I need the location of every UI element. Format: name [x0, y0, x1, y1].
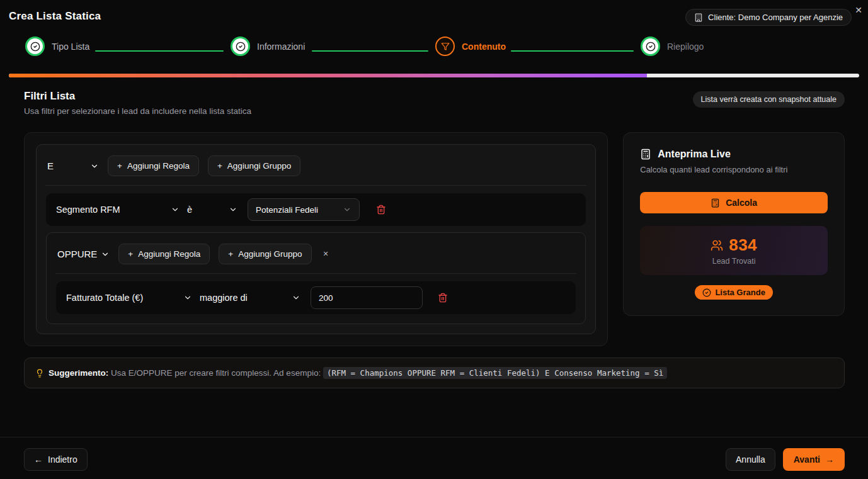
chevron-down-icon	[343, 205, 351, 214]
rule2-operator-select[interactable]: maggiore di	[200, 293, 300, 303]
plus-icon: +	[217, 161, 222, 171]
content-area: Filtri Lista Usa filtri per selezionare …	[0, 77, 868, 346]
section-subtitle: Usa filtri per selezionare i lead da inc…	[24, 106, 251, 116]
page-title: Crea Lista Statica	[9, 10, 101, 23]
filter-rule-row: Fatturato Totale (€) maggiore di	[56, 281, 576, 314]
add-rule-button-root[interactable]: + Aggiungi Regola	[108, 155, 199, 176]
step-check-icon	[641, 37, 660, 56]
step-riepilogo[interactable]: Riepilogo	[641, 37, 704, 56]
step-connector	[312, 50, 428, 52]
modal-header: Crea Lista Statica Cliente: Demo Company…	[0, 0, 868, 26]
tip-text: Usa E/OPPURE per creare filtri complessi…	[111, 368, 321, 378]
step-label: Riepilogo	[667, 42, 704, 52]
plus-icon: +	[228, 249, 233, 259]
step-label: Informazioni	[257, 42, 305, 52]
calculator-icon	[640, 149, 651, 160]
arrow-right-icon: →	[825, 454, 834, 465]
step-check-icon	[25, 37, 45, 56]
add-group-label: Aggiungi Gruppo	[238, 249, 302, 259]
lead-count-label: Lead Trovati	[712, 257, 756, 266]
divider	[45, 185, 586, 186]
root-filter-group: E + Aggiungi Regola + Aggiungi Gruppo	[36, 144, 596, 334]
chevron-down-icon	[90, 162, 99, 171]
rule1-field-select[interactable]: Segmento RFM	[56, 205, 180, 215]
calculator-icon	[711, 198, 720, 208]
rule1-operator-select[interactable]: è	[187, 205, 237, 215]
list-size-label: Lista Grande	[715, 288, 765, 297]
preview-subtitle: Calcola quanti lead corrispondono ai fil…	[640, 165, 828, 174]
step-connector	[95, 50, 224, 52]
check-circle-icon	[702, 288, 711, 297]
step-contenuto[interactable]: Contenuto	[435, 37, 506, 56]
add-rule-label: Aggiungi Regola	[138, 249, 200, 259]
client-badge: Cliente: Demo Company per Agenzie	[685, 9, 852, 26]
building-icon	[694, 13, 703, 22]
preview-title: Anteprima Live	[658, 149, 731, 160]
funnel-icon	[435, 37, 455, 56]
nested-filter-group: OPPURE + Aggiungi Regola +	[46, 232, 586, 324]
add-rule-label: Aggiungi Regola	[127, 161, 190, 171]
arrow-left-icon: ←	[34, 454, 43, 465]
filter-builder-card: E + Aggiungi Regola + Aggiungi Gruppo	[24, 132, 608, 346]
group-operator-value: OPPURE	[57, 249, 97, 259]
add-rule-button-group[interactable]: + Aggiungi Regola	[118, 244, 210, 264]
next-button[interactable]: Avanti →	[783, 448, 845, 471]
snapshot-badge: Lista verrà creata con snapshot attuale	[693, 91, 845, 108]
add-group-button-group[interactable]: + Aggiungi Gruppo	[219, 244, 311, 264]
chevron-down-icon	[171, 205, 180, 214]
live-preview-card: Anteprima Live Calcola quanti lead corri…	[623, 132, 845, 316]
users-icon	[711, 239, 723, 252]
delete-rule-button[interactable]	[437, 291, 449, 304]
rule1-field-value: Segmento RFM	[56, 205, 120, 215]
tip-box: Suggerimento: Usa E/OPPURE per creare fi…	[24, 358, 845, 388]
calculate-button[interactable]: Calcola	[640, 192, 828, 213]
lead-count: 834	[729, 235, 757, 255]
modal-footer: ← Indietro Annulla Avanti →	[0, 437, 868, 471]
wizard-stepper: Tipo Lista Informazioni Contenuto Riepil…	[0, 37, 868, 65]
create-static-list-modal: ✕ Crea Lista Statica Cliente: Demo Compa…	[0, 0, 868, 479]
plus-icon: +	[128, 249, 133, 259]
cancel-label: Annulla	[736, 454, 765, 465]
add-group-button-root[interactable]: + Aggiungi Gruppo	[208, 155, 300, 176]
filter-rule-row: Segmento RFM è Potenziali	[46, 193, 586, 226]
add-group-label: Aggiungi Gruppo	[227, 161, 291, 171]
next-label: Avanti	[794, 454, 820, 465]
rule1-operator-value: è	[187, 205, 192, 215]
step-tipo-lista[interactable]: Tipo Lista	[25, 37, 89, 56]
tip-label: Suggerimento:	[49, 368, 108, 378]
tip-code: (RFM = Champions OPPURE RFM = Clienti Fe…	[323, 367, 667, 379]
rule2-value-input[interactable]	[311, 286, 423, 309]
step-label: Contenuto	[462, 42, 506, 52]
step-informazioni[interactable]: Informazioni	[231, 37, 305, 56]
step-check-icon	[231, 37, 250, 56]
rule2-field-select[interactable]: Fatturato Totale (€)	[66, 293, 192, 303]
cancel-button[interactable]: Annulla	[726, 448, 775, 471]
root-operator-select[interactable]: E	[47, 161, 99, 171]
rule1-value: Potenziali Fedeli	[256, 205, 318, 215]
back-button[interactable]: ← Indietro	[24, 448, 88, 471]
plus-icon: +	[117, 161, 122, 171]
close-icon[interactable]: ✕	[855, 6, 862, 14]
lead-count-box: 834 Lead Trovati	[640, 226, 828, 275]
divider	[55, 273, 576, 274]
calculate-label: Calcola	[726, 198, 757, 208]
lightbulb-icon	[35, 369, 44, 378]
step-label: Tipo Lista	[52, 42, 89, 52]
chevron-down-icon	[292, 293, 300, 302]
list-size-badge: Lista Grande	[695, 285, 772, 300]
back-label: Indietro	[48, 454, 77, 465]
delete-rule-button[interactable]	[375, 203, 387, 216]
chevron-down-icon	[183, 293, 192, 302]
rule1-value-select[interactable]: Potenziali Fedeli	[248, 198, 360, 221]
chevron-down-icon	[101, 250, 110, 259]
chevron-down-icon	[229, 205, 237, 214]
remove-group-icon[interactable]: ✕	[321, 249, 331, 259]
root-operator-value: E	[47, 161, 54, 171]
rule2-operator-value: maggiore di	[200, 293, 248, 303]
client-badge-label: Cliente: Demo Company per Agenzie	[708, 13, 843, 22]
section-title: Filtri Lista	[24, 90, 251, 103]
step-connector	[511, 50, 634, 52]
group-operator-select[interactable]: OPPURE	[57, 249, 110, 259]
rule2-field-value: Fatturato Totale (€)	[66, 293, 143, 303]
